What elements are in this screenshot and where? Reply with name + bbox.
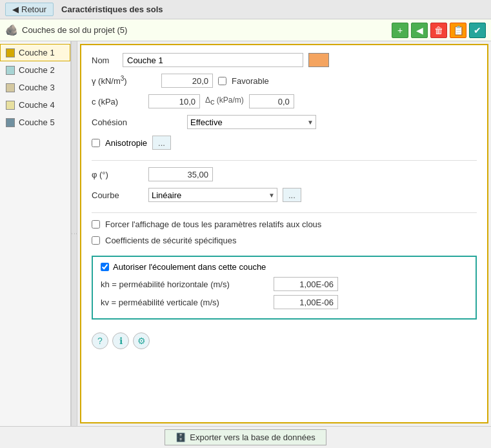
- kv-label: kv = perméabilité verticale (m/s): [101, 298, 268, 307]
- anisotropie-row: Anisotropie ...: [92, 136, 477, 150]
- toolbar-row: 🪨 Couches de sol du projet (5) + ◀ 🗑 📋 ✔: [0, 19, 491, 41]
- export-label: Exporter vers la base de données: [190, 433, 315, 442]
- layer-label-2: Couche 2: [19, 65, 55, 75]
- layer-color-4: [6, 101, 15, 110]
- toolbar-title: 🪨 Couches de sol du projet (5): [5, 24, 127, 36]
- c-input[interactable]: [148, 94, 200, 108]
- layer-color-2: [6, 66, 15, 75]
- phi-label: φ (°): [92, 170, 143, 179]
- flow-title: Autoriser l'écoulement dans cette couche: [113, 262, 266, 272]
- help-button[interactable]: ?: [92, 332, 108, 349]
- kh-input[interactable]: [274, 277, 338, 291]
- delta-c-label: Δc (kPa/m): [205, 96, 244, 107]
- form-inner: Nom γ (kN/m3) Favorable c (kPa) Δc (kPa/…: [81, 45, 487, 403]
- back-button[interactable]: ◀ Retour: [5, 3, 54, 16]
- export-icon: 🗄️: [175, 433, 186, 442]
- favorable-label: Favorable: [232, 76, 269, 86]
- anisotropie-label: Anisotropie: [105, 138, 147, 148]
- main-layout: 🪨 Couches de sol du projet (5) + ◀ 🗑 📋 ✔…: [0, 19, 491, 448]
- back-label: Retour: [21, 5, 46, 14]
- footer: 🗄️ Exporter vers la base de données: [0, 426, 491, 448]
- settings-button[interactable]: ⚙: [133, 332, 150, 349]
- gamma-label: γ (kN/m3): [92, 75, 156, 86]
- layer-label-3: Couche 3: [19, 83, 55, 92]
- delta-c-input[interactable]: [249, 94, 294, 108]
- forcer-checkbox[interactable]: [92, 220, 100, 229]
- forcer-label: Forcer l'affichage de tous les paramètre…: [105, 219, 321, 229]
- add-layer-button[interactable]: +: [392, 23, 408, 38]
- import-button[interactable]: ◀: [411, 23, 428, 38]
- separator-2: [92, 212, 477, 213]
- phi-input[interactable]: [148, 167, 213, 181]
- copy-button[interactable]: 📋: [450, 23, 466, 38]
- courbe-select-container: Linéaire Non-linéaire ▼: [148, 188, 277, 202]
- flow-title-row: Autoriser l'écoulement dans cette couche: [101, 262, 468, 272]
- favorable-checkbox[interactable]: [218, 77, 226, 85]
- anisotropie-button[interactable]: ...: [152, 136, 171, 150]
- toolbar-buttons: + ◀ 🗑 📋 ✔: [392, 23, 486, 38]
- export-button[interactable]: 🗄️ Exporter vers la base de données: [165, 429, 326, 445]
- layer-item-2[interactable]: Couche 2: [0, 61, 70, 79]
- content-area: Couche 1 Couche 2 Couche 3 Couche 4 Couc…: [0, 41, 491, 426]
- flow-section: Autoriser l'écoulement dans cette couche…: [92, 256, 477, 320]
- cohesion-label: Cohésion: [92, 117, 182, 127]
- kv-input[interactable]: [274, 295, 338, 309]
- layer-item-5[interactable]: Couche 5: [0, 114, 70, 131]
- name-input[interactable]: [123, 53, 303, 67]
- coefficients-label: Coefficients de sécurité spécifiques: [105, 236, 237, 245]
- name-row: Nom: [92, 53, 477, 67]
- layer-color-5: [6, 118, 15, 127]
- anisotropie-checkbox[interactable]: [92, 139, 100, 147]
- form-panel: Nom γ (kN/m3) Favorable c (kPa) Δc (kPa/…: [80, 44, 488, 423]
- cohesion-select[interactable]: Effective Undrained None: [187, 115, 316, 129]
- layer-item-4[interactable]: Couche 4: [0, 96, 70, 114]
- courbe-label: Courbe: [92, 190, 143, 200]
- c-row: c (kPa) Δc (kPa/m): [92, 94, 477, 108]
- cohesion-select-container: Effective Undrained None ▼: [187, 115, 316, 129]
- info-button[interactable]: ℹ: [112, 332, 129, 349]
- layer-color-3: [6, 83, 15, 92]
- color-picker[interactable]: [308, 53, 329, 67]
- courbe-button[interactable]: ...: [283, 188, 301, 202]
- c-label: c (kPa): [92, 97, 143, 107]
- layer-item-1[interactable]: Couche 1: [0, 44, 70, 61]
- layer-label-4: Couche 4: [19, 100, 55, 110]
- separator-1: [92, 160, 477, 161]
- cohesion-row: Cohésion Effective Undrained None ▼: [92, 115, 477, 129]
- layer-label-1: Couche 1: [19, 48, 55, 57]
- courbe-row: Courbe Linéaire Non-linéaire ▼ ...: [92, 188, 477, 202]
- layer-label-5: Couche 5: [19, 117, 55, 127]
- flow-checkbox[interactable]: [101, 263, 109, 271]
- layer-color-1: [6, 48, 15, 57]
- phi-row: φ (°): [92, 167, 477, 181]
- bottom-buttons: ? ℹ ⚙: [92, 327, 477, 352]
- layers-icon: 🪨: [5, 24, 18, 36]
- layer-item-3[interactable]: Couche 3: [0, 79, 70, 96]
- top-bar: ◀ Retour Caractéristiques des sols: [0, 0, 491, 19]
- coefficients-checkbox[interactable]: [92, 236, 100, 245]
- sidebar: Couche 1 Couche 2 Couche 3 Couche 4 Couc…: [0, 41, 71, 426]
- forcer-row: Forcer l'affichage de tous les paramètre…: [92, 219, 477, 229]
- back-arrow-icon: ◀: [12, 5, 19, 14]
- kh-row: kh = perméabilité horizontale (m/s): [101, 277, 468, 291]
- name-label: Nom: [92, 56, 117, 65]
- resize-handle[interactable]: ⋮: [71, 41, 77, 426]
- delete-button[interactable]: 🗑: [430, 23, 447, 38]
- validate-button[interactable]: ✔: [469, 23, 486, 38]
- courbe-select[interactable]: Linéaire Non-linéaire: [148, 188, 277, 202]
- coefficients-row: Coefficients de sécurité spécifiques: [92, 236, 477, 245]
- toolbar-title-text: Couches de sol du projet (5): [22, 25, 127, 35]
- kh-label: kh = perméabilité horizontale (m/s): [101, 280, 268, 289]
- gamma-input[interactable]: [161, 74, 213, 88]
- gamma-row: γ (kN/m3) Favorable: [92, 74, 477, 88]
- kv-row: kv = perméabilité verticale (m/s): [101, 295, 468, 309]
- page-title: Caractéristiques des sols: [61, 5, 163, 14]
